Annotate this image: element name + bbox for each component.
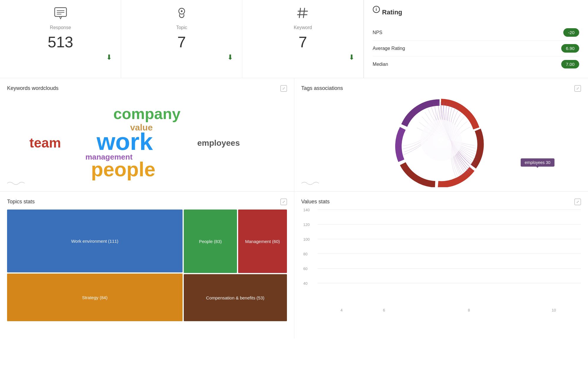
median-label: Median [373, 62, 388, 67]
rating-card: i Rating NPS -20 Average Rating 6.90 Med… [364, 0, 588, 78]
nps-row: NPS -20 [373, 25, 579, 41]
word-work: work [96, 128, 153, 155]
response-label: Response [9, 25, 112, 30]
avg-rating-row: Average Rating 6.90 [373, 41, 579, 56]
bars-area: 4 6 [318, 210, 578, 312]
stats-row: Response 513 ⬇ Topic 7 ⬇ [0, 0, 588, 78]
wordcloud-panel: Keywords wordclouds ⤢ company value team… [0, 78, 294, 191]
people-cell: People (83) [184, 210, 237, 273]
word-people: people [91, 158, 155, 181]
word-team: team [29, 135, 61, 151]
bar-group-6: 6 [376, 306, 392, 312]
download-icon-keyword[interactable]: ⬇ [349, 53, 355, 61]
bar-group-4: 4 [333, 306, 350, 312]
nps-label: NPS [373, 30, 382, 35]
svg-point-11 [420, 120, 462, 161]
tags-visualization: employees 30 [301, 96, 581, 184]
tags-tooltip: employees 30 [521, 158, 554, 167]
keyword-label: Keyword [251, 25, 354, 30]
wordcloud-expand[interactable]: ⤢ [280, 85, 287, 92]
info-icon: i [373, 6, 380, 13]
svg-point-5 [181, 10, 183, 12]
wordcloud-footer [7, 180, 25, 187]
topic-download[interactable]: ⬇ [130, 53, 233, 61]
bottom-row: Topics stats ⤢ Work environment (111) St… [0, 192, 588, 339]
bar-label-4: 4 [340, 308, 343, 312]
bar-group-9 [503, 311, 519, 312]
bar-group-10: 10 [546, 306, 562, 312]
bar-label-8: 8 [468, 308, 470, 312]
response-icon [9, 6, 112, 23]
topics-panel: Topics stats ⤢ Work environment (111) St… [0, 192, 294, 339]
topic-label: Topic [130, 25, 233, 30]
bar-label-10: 10 [552, 308, 556, 312]
median-badge: 7.00 [561, 60, 579, 68]
nps-badge: -20 [563, 28, 579, 37]
wordcloud-title: Keywords wordclouds [7, 85, 287, 91]
keyword-download[interactable]: ⬇ [251, 53, 354, 61]
treemap: Work environment (111) Strategy (84) Peo… [7, 210, 287, 321]
word-employees: employees [197, 138, 240, 148]
topic-value: 7 [130, 33, 233, 51]
download-icon-topic[interactable]: ⬇ [227, 53, 233, 61]
chart-area: 140 120 100 80 60 40 4 [301, 210, 581, 321]
bar-label-6: 6 [383, 308, 385, 312]
management-cell: Management (60) [238, 210, 287, 273]
keyword-icon [251, 6, 354, 23]
avg-rating-badge: 6.90 [561, 44, 579, 53]
middle-row: Keywords wordclouds ⤢ company value team… [0, 78, 588, 192]
bar-group-7 [418, 311, 435, 312]
topics-title: Topics stats [7, 199, 287, 205]
topic-icon [130, 6, 233, 23]
tags-title: Tags associations [301, 85, 581, 91]
avg-rating-label: Average Rating [373, 46, 405, 51]
tags-expand[interactable]: ⤢ [574, 85, 581, 92]
response-value: 513 [9, 33, 112, 51]
median-row: Median 7.00 [373, 56, 579, 72]
svg-line-7 [303, 8, 305, 18]
bar-chart: 140 120 100 80 60 40 4 [301, 210, 581, 315]
values-expand[interactable]: ⤢ [574, 199, 581, 205]
values-panel: Values stats ⤢ 140 120 100 80 60 40 [294, 192, 588, 339]
topic-card: Topic 7 ⬇ [121, 0, 242, 78]
rating-title: Rating [382, 9, 402, 16]
keyword-card: Keyword 7 ⬇ [242, 0, 363, 78]
values-title: Values stats [301, 199, 581, 205]
tags-panel: Tags associations ⤢ [294, 78, 588, 191]
download-icon-response[interactable]: ⬇ [106, 53, 112, 61]
response-card: Response 513 ⬇ [0, 0, 121, 78]
svg-line-6 [299, 8, 300, 18]
compensation-cell: Compensation & benefits (53) [184, 274, 287, 321]
rating-header: i Rating [373, 6, 579, 19]
dashboard: Response 513 ⬇ Topic 7 ⬇ [0, 0, 588, 392]
keyword-value: 7 [251, 33, 354, 51]
tags-footer [301, 180, 319, 187]
strategy-cell: Strategy (84) [7, 274, 183, 321]
work-env-cell: Work environment (111) [7, 210, 183, 272]
response-download[interactable]: ⬇ [9, 53, 112, 61]
topics-expand[interactable]: ⤢ [280, 199, 287, 205]
bar-group-8: 8 [461, 306, 477, 312]
word-company: company [113, 105, 181, 123]
wordcloud: company value team work employees manage… [7, 96, 287, 184]
